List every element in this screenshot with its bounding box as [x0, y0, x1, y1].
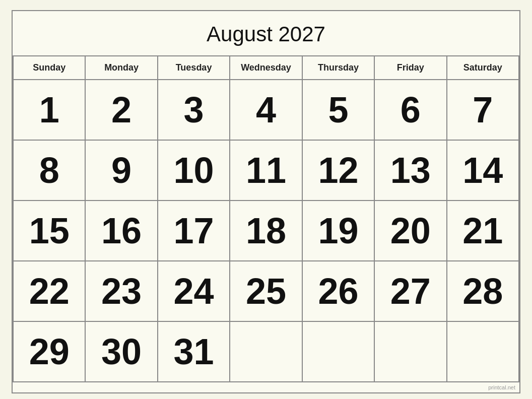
day-cell: 6: [375, 80, 447, 141]
day-cell: 15: [14, 201, 86, 261]
day-cell: [230, 322, 302, 382]
day-cell: 18: [230, 201, 302, 261]
day-cell: 13: [375, 141, 447, 201]
day-cell: 9: [86, 141, 158, 201]
day-cell: 14: [447, 141, 519, 201]
day-header: Wednesday: [230, 56, 302, 80]
day-cell: 10: [158, 141, 230, 201]
day-cell: 24: [158, 261, 230, 322]
watermark: printcal.net: [13, 382, 519, 392]
day-header: Saturday: [447, 56, 519, 80]
day-cell: 22: [14, 261, 86, 322]
day-cell: 31: [158, 322, 230, 382]
day-cell: 30: [86, 322, 158, 382]
day-header: Tuesday: [158, 56, 230, 80]
calendar-grid: SundayMondayTuesdayWednesdayThursdayFrid…: [13, 56, 519, 382]
day-cell: 11: [230, 141, 302, 201]
day-cell: 2: [86, 80, 158, 141]
day-cell: 29: [14, 322, 86, 382]
day-cell: 3: [158, 80, 230, 141]
day-cell: 4: [230, 80, 302, 141]
day-cell: 17: [158, 201, 230, 261]
day-cell: 16: [86, 201, 158, 261]
calendar-container: August 2027 SundayMondayTuesdayWednesday…: [12, 10, 520, 393]
day-cell: 27: [375, 261, 447, 322]
day-cell: 21: [447, 201, 519, 261]
day-cell: [447, 322, 519, 382]
day-cell: 25: [230, 261, 302, 322]
day-cell: [303, 322, 375, 382]
day-cell: 5: [303, 80, 375, 141]
day-header: Thursday: [303, 56, 375, 80]
day-cell: [375, 322, 447, 382]
day-cell: 28: [447, 261, 519, 322]
day-cell: 26: [303, 261, 375, 322]
day-cell: 23: [86, 261, 158, 322]
calendar-title: August 2027: [13, 11, 519, 56]
day-cell: 7: [447, 80, 519, 141]
day-cell: 19: [303, 201, 375, 261]
day-header: Friday: [375, 56, 447, 80]
day-cell: 20: [375, 201, 447, 261]
day-cell: 12: [303, 141, 375, 201]
day-header: Sunday: [14, 56, 86, 80]
day-header: Monday: [86, 56, 158, 80]
day-cell: 8: [14, 141, 86, 201]
day-cell: 1: [14, 80, 86, 141]
